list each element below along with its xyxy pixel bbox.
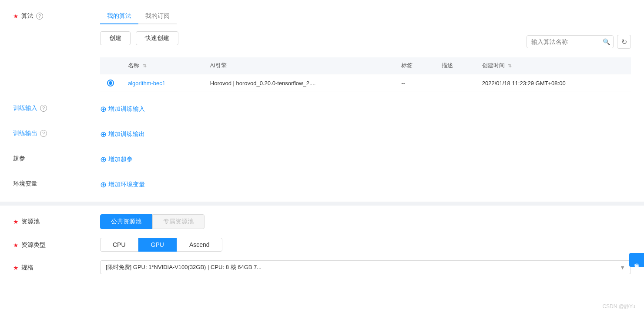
row-desc <box>435 74 475 92</box>
hyperparams-label: 超参 <box>13 155 25 163</box>
add-hyperparams-label: 增加超参 <box>108 156 133 163</box>
ascend-type-button[interactable]: Ascend <box>177 238 222 252</box>
algorithm-table: 名称 ⇅ AI引擎 标签 描述 创建时间 ⇅ <box>100 57 631 92</box>
col-ai-engine: AI引擎 <box>203 57 394 74</box>
algorithm-content: 我的算法 我的订阅 创建 快速创建 🔍 <box>100 9 631 92</box>
add-training-input-button[interactable]: ⊕ 增加训练输入 <box>100 101 631 117</box>
hyperparams-label-group: 超参 <box>13 151 100 163</box>
radio-button[interactable] <box>107 80 114 86</box>
row-name[interactable]: algorithm-bec1 <box>121 74 203 92</box>
dedicated-pool-button[interactable]: 专属资源池 <box>152 214 205 229</box>
plus-icon-output: ⊕ <box>100 130 107 139</box>
env-vars-content: ⊕ 增加环境变量 <box>100 176 631 193</box>
training-output-row: 训练输出 ? ⊕ 增加训练输出 <box>13 126 631 143</box>
spec-dropdown[interactable]: [限时免费] GPU: 1*NVIDIA-V100(32GB) | CPU: 8… <box>100 260 631 274</box>
add-env-vars-button[interactable]: ⊕ 增加环境变量 <box>100 176 631 193</box>
env-vars-row: 环境变量 ⊕ 增加环境变量 <box>13 176 631 193</box>
table-top-bar: 创建 快速创建 🔍 ↻ <box>100 31 631 52</box>
spec-label: 规格 <box>21 264 34 272</box>
col-desc: 描述 <box>435 57 475 74</box>
env-vars-label-group: 环境变量 <box>13 176 100 188</box>
algorithm-help-icon[interactable]: ? <box>36 13 43 20</box>
plus-icon: ⊕ <box>100 104 107 114</box>
resource-type-label: 资源类型 <box>21 241 46 249</box>
resource-pool-content: 公共资源池 专属资源池 <box>100 214 631 229</box>
spec-value: [限时免费] GPU: 1*NVIDIA-V100(32GB) | CPU: 8… <box>106 263 616 271</box>
env-vars-label: 环境变量 <box>13 180 37 188</box>
col-tags: 标签 <box>394 57 435 74</box>
page-container: ★ 算法 ? 我的算法 我的订阅 创建 快速创建 <box>0 0 644 319</box>
training-output-label: 训练输出 <box>13 130 37 137</box>
table-header: 名称 ⇅ AI引擎 标签 描述 创建时间 ⇅ <box>100 57 631 74</box>
col-select <box>100 57 121 74</box>
resource-pool-required-star: ★ <box>13 218 19 225</box>
algorithm-row: ★ 算法 ? 我的算法 我的订阅 创建 快速创建 <box>13 9 631 92</box>
resource-type-content: CPU GPU Ascend <box>100 238 631 252</box>
training-output-label-group: 训练输出 ? <box>13 126 100 137</box>
training-input-content: ⊕ 增加训练输入 <box>100 101 631 117</box>
algo-btn-group: 创建 快速创建 <box>100 31 178 45</box>
radio-inner <box>109 81 112 85</box>
col-created-time: 创建时间 ⇅ <box>475 57 631 74</box>
table-row[interactable]: algorithm-bec1 Horovod | horovod_0.20.0-… <box>100 74 631 92</box>
section-divider <box>0 202 644 206</box>
add-env-vars-label: 增加环境变量 <box>108 181 145 189</box>
resource-pool-btn-group: 公共资源池 专属资源池 <box>100 214 631 229</box>
spec-label-group: ★ 规格 <box>13 260 100 272</box>
resource-type-required-star: ★ <box>13 242 19 249</box>
search-input[interactable] <box>527 35 614 48</box>
time-sort-icon[interactable]: ⇅ <box>508 63 512 68</box>
bottom-section: ★ 资源池 公共资源池 专属资源池 ★ 资源类型 CPU GPU Asce <box>0 206 644 292</box>
table-body: algorithm-bec1 Horovod | horovod_0.20.0-… <box>100 74 631 92</box>
search-input-wrap: 🔍 <box>527 35 614 48</box>
watermark: CSDN @静Yu <box>602 303 635 310</box>
gpu-type-button[interactable]: GPU <box>138 238 177 252</box>
training-input-label: 训练输入 <box>13 104 37 112</box>
tab-my-algo[interactable]: 我的算法 <box>100 9 138 24</box>
dropdown-arrow-icon: ▼ <box>620 264 625 271</box>
tab-my-subscription[interactable]: 我的订阅 <box>138 9 177 24</box>
search-area: 🔍 ↻ <box>527 35 631 49</box>
training-output-content: ⊕ 增加训练输出 <box>100 126 631 143</box>
name-sort-icon[interactable]: ⇅ <box>143 63 147 68</box>
add-training-input-label: 增加训练输入 <box>108 105 145 113</box>
add-training-output-button[interactable]: ⊕ 增加训练输出 <box>100 126 631 143</box>
row-created-time: 2022/01/18 11:23:29 GMT+08:00 <box>475 74 631 92</box>
add-training-output-label: 增加训练输出 <box>108 130 145 138</box>
spec-content: [限时免费] GPU: 1*NVIDIA-V100(32GB) | CPU: 8… <box>100 260 631 274</box>
resource-pool-label-group: ★ 资源池 <box>13 214 100 226</box>
training-input-help-icon[interactable]: ? <box>40 105 47 112</box>
row-tags: -- <box>394 74 435 92</box>
resource-type-label-group: ★ 资源类型 <box>13 238 100 249</box>
training-output-help-icon[interactable]: ? <box>40 130 47 137</box>
row-select[interactable] <box>100 74 121 92</box>
create-button[interactable]: 创建 <box>100 31 131 45</box>
add-hyperparams-button[interactable]: ⊕ 增加超参 <box>100 151 631 168</box>
col-name: 名称 ⇅ <box>121 57 203 74</box>
spec-required-star: ★ <box>13 264 19 271</box>
algo-name-link[interactable]: algorithm-bec1 <box>128 80 165 86</box>
training-input-label-group: 训练输入 ? <box>13 101 100 112</box>
training-input-row: 训练输入 ? ⊕ 增加训练输入 <box>13 101 631 117</box>
hyperparams-row: 超参 ⊕ 增加超参 <box>13 151 631 168</box>
algorithm-tabs: 我的算法 我的订阅 <box>100 9 177 24</box>
resource-type-btn-group: CPU GPU Ascend <box>100 238 631 252</box>
search-icon[interactable]: 🔍 <box>603 38 610 45</box>
cpu-type-button[interactable]: CPU <box>100 238 138 252</box>
start-command-button[interactable]: 启动命令 <box>629 253 644 267</box>
algorithm-label: 算法 <box>21 12 34 20</box>
required-star: ★ <box>13 13 19 20</box>
row-ai-engine: Horovod | horovod_0.20.0-tensorflow_2...… <box>203 74 394 92</box>
spec-row: ★ 规格 [限时免费] GPU: 1*NVIDIA-V100(32GB) | C… <box>13 260 631 274</box>
hyperparams-content: ⊕ 增加超参 <box>100 151 631 168</box>
quick-create-button[interactable]: 快速创建 <box>136 31 178 45</box>
plus-icon-envvar: ⊕ <box>100 180 107 189</box>
public-pool-button[interactable]: 公共资源池 <box>100 214 152 229</box>
resource-pool-row: ★ 资源池 公共资源池 专属资源池 <box>13 214 631 229</box>
resource-pool-label: 资源池 <box>21 218 40 226</box>
algorithm-label-group: ★ 算法 ? <box>13 9 100 20</box>
plus-icon-hyperparam: ⊕ <box>100 155 107 164</box>
resource-type-row: ★ 资源类型 CPU GPU Ascend <box>13 238 631 252</box>
refresh-button[interactable]: ↻ <box>617 35 631 49</box>
top-section: ★ 算法 ? 我的算法 我的订阅 创建 快速创建 <box>0 0 644 202</box>
